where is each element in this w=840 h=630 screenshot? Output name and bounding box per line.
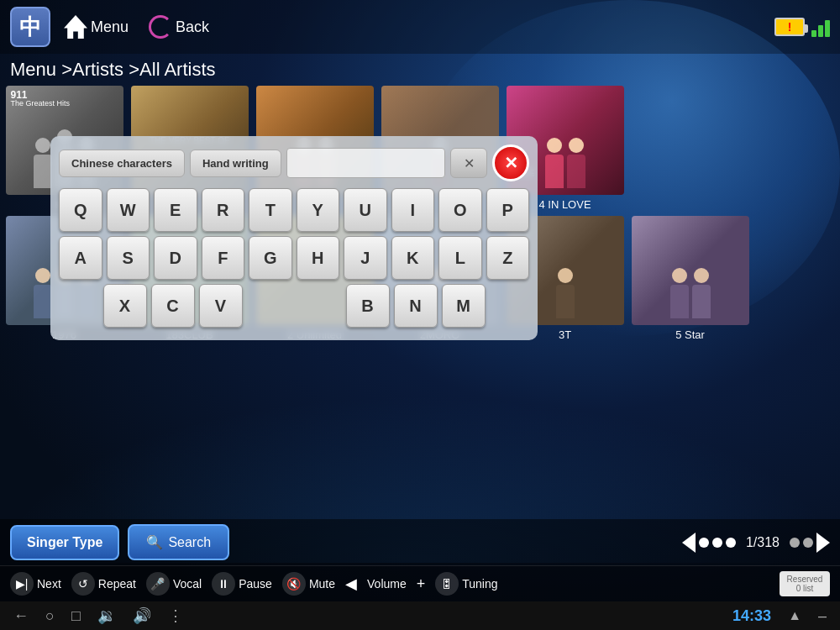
chinese-characters-button[interactable]: Chinese characters — [59, 150, 185, 177]
handwriting-button[interactable]: Hand writing — [190, 150, 281, 177]
backspace-icon: ✕ — [464, 155, 475, 171]
tuning-button[interactable]: 🎛 Tuning — [435, 572, 497, 596]
key-z[interactable]: Z — [486, 236, 530, 280]
tuning-icon: 🎛 — [435, 572, 459, 596]
key-j[interactable]: J — [344, 236, 387, 280]
artist-name: 4 IN LOVE — [538, 198, 591, 211]
key-p[interactable]: P — [486, 188, 530, 232]
vocal-button[interactable]: 🎤 Vocal — [146, 572, 202, 596]
volume-plus-icon: + — [417, 575, 426, 593]
system-bar: ← ○ □ 🔉 🔊 ⋮ 14:33 ▲ – — [0, 601, 840, 630]
key-k[interactable]: K — [391, 236, 435, 280]
microphone-icon: 🎤 — [146, 572, 170, 596]
keyboard-row-3: X C V B N M — [59, 284, 529, 328]
close-icon: ✕ — [504, 153, 518, 173]
volume-decrease-button[interactable]: ◀ — [345, 575, 357, 593]
key-e[interactable]: E — [154, 188, 197, 232]
key-q[interactable]: Q — [59, 188, 102, 232]
key-v[interactable]: V — [199, 284, 243, 328]
key-a[interactable]: A — [59, 236, 102, 280]
artist-item[interactable]: 5 Star — [629, 216, 751, 341]
signal-icon: – — [818, 607, 827, 625]
singer-type-button[interactable]: Singer Type — [10, 525, 119, 560]
key-y[interactable]: Y — [297, 188, 340, 232]
backspace-button[interactable]: ✕ — [450, 148, 487, 178]
search-button[interactable]: 🔍 Search — [128, 524, 229, 560]
signal-bar-3 — [825, 20, 830, 37]
key-s[interactable]: S — [107, 236, 150, 280]
repeat-button[interactable]: ↺ Repeat — [71, 572, 136, 596]
signal-bar-1 — [811, 30, 816, 37]
breadcrumb: Menu >Artists >All Artists — [0, 54, 840, 86]
keyboard-top-row: Chinese characters Hand writing ✕ ✕ — [59, 144, 529, 181]
recent-apps-button[interactable]: □ — [71, 607, 81, 625]
chinese-input-button[interactable]: 中 — [10, 7, 50, 47]
battery-indicator: ! — [774, 18, 805, 36]
home-icon — [64, 15, 87, 39]
reserved-list-button[interactable]: Reserved 0 list — [780, 571, 830, 596]
artist-name: 5 Star — [675, 328, 705, 341]
artist-thumbnail — [632, 216, 749, 325]
key-r[interactable]: R — [202, 188, 245, 232]
more-options-button[interactable]: ⋮ — [168, 606, 183, 625]
back-nav-button[interactable]: ← — [13, 607, 29, 625]
next-page-button[interactable] — [816, 533, 830, 553]
nav-dots — [699, 538, 736, 548]
volume-label: Volume — [367, 577, 407, 591]
signal-strength-indicator — [811, 17, 830, 37]
artist-name: 3T — [559, 328, 571, 341]
keyboard-row-1: Q W E R T Y U I O P — [59, 188, 529, 232]
keyboard-overlay: Chinese characters Hand writing ✕ ✕ Q W … — [50, 136, 538, 340]
next-icon: ▶| — [10, 572, 34, 596]
back-button[interactable]: Back — [142, 12, 216, 42]
key-w[interactable]: W — [107, 188, 150, 232]
nav-dots-right — [790, 538, 813, 548]
key-g[interactable]: G — [249, 236, 292, 280]
key-x[interactable]: X — [103, 284, 147, 328]
keyboard-row-2: A S D F G H J K L Z — [59, 236, 529, 280]
key-c[interactable]: C — [151, 284, 195, 328]
pause-button[interactable]: ⏸ Pause — [212, 572, 272, 596]
key-u[interactable]: U — [344, 188, 387, 232]
nav-dot-2 — [712, 538, 722, 548]
battery-warning-icon: ! — [788, 20, 792, 34]
key-t[interactable]: T — [249, 188, 292, 232]
repeat-icon: ↺ — [71, 572, 95, 596]
wifi-icon: ▲ — [788, 608, 801, 623]
system-clock: 14:33 — [732, 607, 771, 625]
key-n[interactable]: N — [394, 284, 438, 328]
key-b[interactable]: B — [346, 284, 390, 328]
key-h[interactable]: H — [297, 236, 340, 280]
key-i[interactable]: I — [391, 188, 435, 232]
key-m[interactable]: M — [442, 284, 486, 328]
nav-dot-1 — [699, 538, 709, 548]
menu-button[interactable]: Menu — [57, 12, 135, 42]
playback-bar: ▶| Next ↺ Repeat 🎤 Vocal ⏸ Pause 🔇 Mute … — [0, 565, 840, 601]
mute-button[interactable]: 🔇 Mute — [282, 572, 335, 596]
prev-page-button[interactable] — [682, 533, 696, 553]
bottom-controls: Singer Type 🔍 Search 1/318 — [0, 519, 840, 565]
volume-increase-button[interactable]: + — [417, 575, 426, 593]
next-button[interactable]: ▶| Next — [10, 572, 61, 596]
signal-bar-2 — [818, 25, 823, 37]
nav-dot-4 — [790, 538, 800, 548]
artist-grid: 911 The Greatest Hits 911 THE VERY BEST … — [0, 86, 840, 519]
top-bar: 中 Menu Back ! — [0, 0, 840, 54]
key-f[interactable]: F — [202, 236, 245, 280]
key-l[interactable]: L — [438, 236, 482, 280]
volume-minus-icon: ◀ — [345, 575, 357, 593]
key-o[interactable]: O — [438, 188, 482, 232]
search-icon: 🔍 — [146, 534, 163, 550]
volume-up-button[interactable]: 🔊 — [133, 606, 151, 625]
key-d[interactable]: D — [154, 236, 197, 280]
keyboard-close-button[interactable]: ✕ — [492, 144, 529, 181]
navigation-controls: 1/318 — [682, 533, 830, 553]
back-icon — [149, 15, 172, 39]
nav-dot-5 — [803, 538, 813, 548]
nav-dot-3 — [726, 538, 736, 548]
page-info: 1/318 — [746, 535, 780, 550]
keyboard-input-field[interactable] — [286, 148, 445, 178]
volume-down-button[interactable]: 🔉 — [97, 606, 116, 625]
home-nav-button[interactable]: ○ — [45, 607, 55, 625]
pause-icon: ⏸ — [212, 572, 235, 596]
